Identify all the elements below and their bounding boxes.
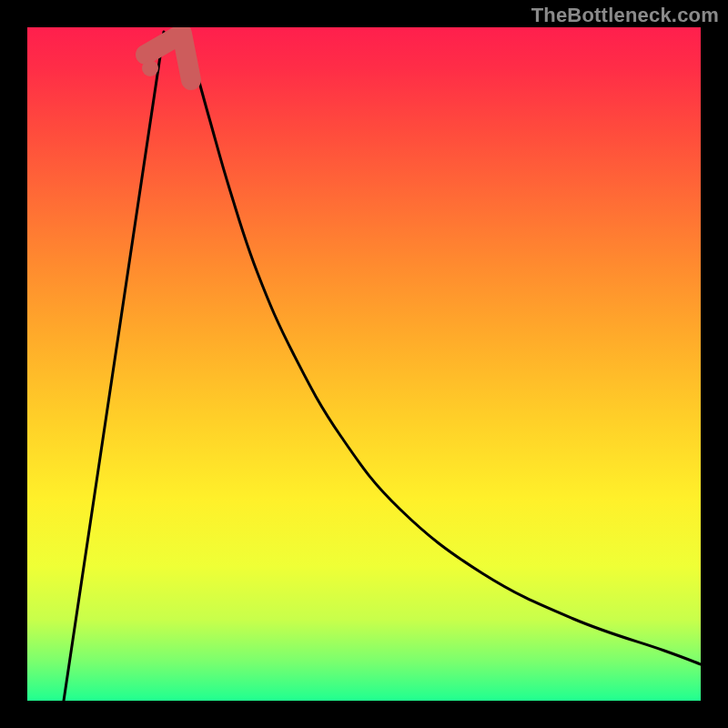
attribution-label: TheBottleneck.com: [531, 4, 719, 27]
chart-frame: TheBottleneck.com: [0, 0, 728, 728]
right-branch-curve: [182, 32, 701, 664]
marker-dot: [142, 60, 158, 76]
plot-area: [27, 27, 701, 701]
left-branch-curve: [64, 32, 164, 701]
curve-overlay: [27, 27, 701, 701]
